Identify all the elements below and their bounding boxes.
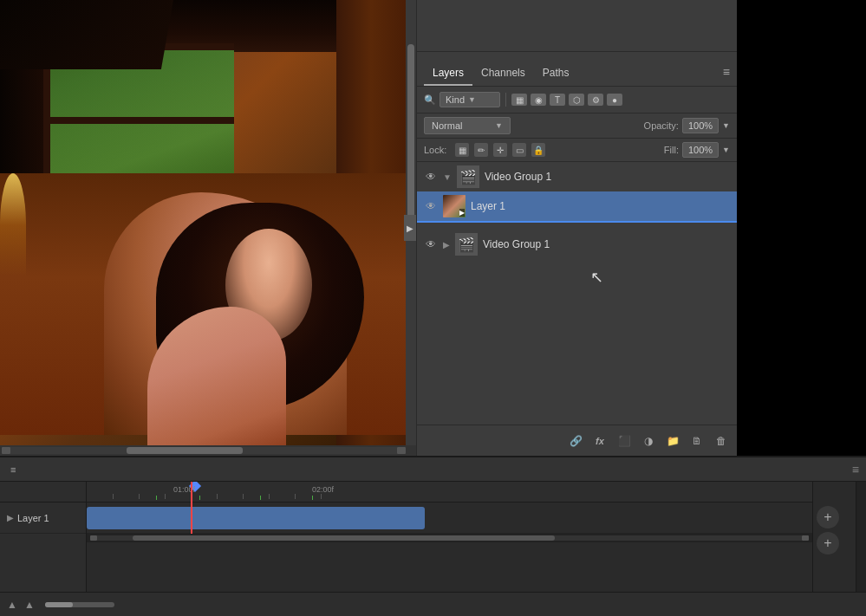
add-buttons: + + — [813, 503, 856, 558]
lock-row: Lock: ▦ ✏ ✛ ▭ 🔒 Fill: 100% ▼ — [417, 139, 737, 162]
timeline-hscroll[interactable] — [87, 534, 812, 542]
track-label-row: ▶ Layer 1 — [0, 503, 86, 534]
blend-mode-dropdown[interactable]: Normal ▼ — [424, 117, 511, 134]
layers-panel: Layers Channels Paths ≡ 🔍 Kind ▼ ▦ ◉ T ⬡… — [416, 0, 737, 456]
video-group-2-eye[interactable]: 👁 — [424, 237, 438, 251]
lock-pixels-btn[interactable]: ▦ — [455, 143, 469, 157]
timeline-scroll-thumb[interactable] — [133, 535, 556, 541]
layer-1-row[interactable]: 👁 ▶ Layer 1 — [417, 191, 737, 223]
type-filter-icon[interactable]: T — [550, 94, 565, 106]
scroll-right-btn[interactable] — [397, 447, 406, 454]
tick-3 — [165, 494, 166, 499]
video-group-1-thumb: 🎬 — [457, 165, 479, 188]
scene-background — [0, 0, 416, 445]
panel-header: Layers Channels Paths ≡ — [417, 52, 737, 87]
lock-position-btn[interactable]: ✛ — [493, 143, 507, 157]
opacity-label: Opacity: — [644, 120, 679, 131]
pixel-filter-icon[interactable]: ▦ — [511, 94, 527, 106]
expand-panel-btn[interactable]: ▶ — [404, 215, 416, 241]
timeline-content: ▶ Layer 1 01:00f 02:00f — [0, 482, 866, 592]
layer-1-name: Layer 1 — [471, 200, 730, 212]
mask-btn[interactable]: ⬛ — [615, 432, 633, 450]
timeline-menu-btn[interactable]: ≡ — [7, 463, 19, 477]
timeline-scroll-right[interactable] — [802, 535, 809, 541]
tick-7 — [269, 494, 270, 499]
tab-paths[interactable]: Paths — [534, 62, 578, 86]
lock-image-btn[interactable]: ✏ — [474, 143, 488, 157]
timeline-scroll-track[interactable] — [97, 535, 802, 541]
ruler-time-2: 02:00f — [312, 485, 334, 494]
green-tick-3 — [260, 496, 261, 500]
filter-sep-1 — [505, 93, 506, 107]
track-label-area: ▶ Layer 1 — [0, 482, 87, 592]
timeline-options-icon[interactable]: ≡ — [852, 463, 859, 477]
layers-toolbar: 🔗 fx ⬛ ◑ 📁 🗎 🗑 — [417, 425, 737, 456]
tick-9 — [321, 494, 322, 499]
layer-1-eye[interactable]: 👁 — [424, 199, 438, 213]
cursor-area: ↖ — [417, 259, 737, 294]
fill-input[interactable]: 100% — [682, 142, 719, 158]
tick-8 — [295, 494, 296, 499]
delete-layer-btn[interactable]: 🗑 — [713, 432, 730, 450]
search-icon: 🔍 — [424, 94, 436, 106]
ruler-time-1: 01:00f — [173, 485, 195, 494]
fill-chevron: ▼ — [722, 146, 730, 154]
adjustment-filter-icon[interactable]: ◉ — [531, 94, 546, 106]
fx-btn[interactable]: fx — [591, 432, 609, 450]
group-btn[interactable]: 📁 — [664, 432, 681, 450]
video-group-1-chevron[interactable]: ▼ — [443, 172, 452, 182]
add-area-spacer — [813, 482, 856, 503]
green-tick-4 — [312, 496, 313, 500]
video-group-2-name: Video Group 1 — [483, 238, 730, 250]
tick-1 — [113, 494, 114, 499]
opacity-chevron: ▼ — [722, 121, 730, 130]
new-layer-btn[interactable]: 🗎 — [688, 432, 706, 450]
panel-menu-icon[interactable]: ≡ — [723, 65, 730, 86]
timeline-vscroll[interactable] — [856, 482, 866, 592]
hscroll-track[interactable] — [10, 447, 397, 454]
panel-top-area — [417, 0, 737, 52]
kind-dropdown[interactable]: Kind ▼ — [440, 92, 500, 107]
tick-4 — [191, 494, 192, 499]
video-group-1-row[interactable]: 👁 ▼ 🎬 Video Group 1 — [417, 162, 737, 191]
fill-group: Fill: 100% ▼ — [664, 142, 730, 158]
tab-channels[interactable]: Channels — [472, 62, 534, 86]
track-clip-1[interactable] — [87, 507, 425, 529]
canvas-area: ▶ — [0, 0, 416, 456]
canvas-vscroll-thumb[interactable] — [407, 44, 414, 223]
lock-all-btn[interactable]: 🔒 — [531, 143, 545, 157]
kind-chevron: ▼ — [468, 95, 476, 104]
hscroll-thumb[interactable] — [127, 447, 243, 454]
scroll-left-btn[interactable] — [2, 447, 10, 454]
controls-display: ▲ — [24, 599, 35, 611]
shape-filter-icon[interactable]: ⬡ — [569, 94, 584, 106]
tick-5 — [217, 494, 218, 499]
zoom-thumb — [45, 602, 73, 607]
fill-label: Fill: — [664, 145, 679, 155]
add-media-btn[interactable]: + — [817, 506, 839, 528]
video-group-2-thumb: 🎬 — [455, 233, 478, 256]
timeline-scroll-left[interactable] — [90, 535, 97, 541]
link-btn[interactable]: 🔗 — [567, 432, 584, 450]
video-group-1-eye[interactable]: 👁 — [424, 170, 438, 184]
zoom-slider[interactable] — [45, 602, 114, 607]
track-expand-icon[interactable]: ▶ — [7, 513, 14, 522]
add-keyframe-btn[interactable]: + — [817, 532, 839, 554]
tab-layers[interactable]: Layers — [424, 62, 472, 86]
filter-row: 🔍 Kind ▼ ▦ ◉ T ⬡ ⚙ ● — [417, 87, 737, 113]
opacity-input[interactable]: 100% — [682, 118, 719, 133]
lock-label: Lock: — [424, 145, 446, 155]
track-label: Layer 1 — [17, 513, 49, 523]
video-group-2-chevron[interactable]: ▶ — [443, 240, 450, 250]
canvas-hscroll[interactable] — [0, 445, 416, 456]
blend-chevron: ▼ — [495, 121, 503, 130]
dot-filter-icon[interactable]: ● — [607, 94, 622, 106]
timeline-toolbar: ≡ ≡ — [0, 457, 866, 482]
video-group-1-name: Video Group 1 — [485, 171, 730, 183]
adjustment-btn[interactable]: ◑ — [640, 432, 657, 450]
layers-list: 👁 ▼ 🎬 Video Group 1 👁 ▶ Layer 1 👁 — [417, 162, 737, 425]
timeline-add-area: + + — [812, 482, 856, 592]
smart-filter-icon[interactable]: ⚙ — [588, 94, 603, 106]
lock-artboard-btn[interactable]: ▭ — [512, 143, 526, 157]
video-group-2-row[interactable]: 👁 ▶ 🎬 Video Group 1 — [417, 230, 737, 259]
